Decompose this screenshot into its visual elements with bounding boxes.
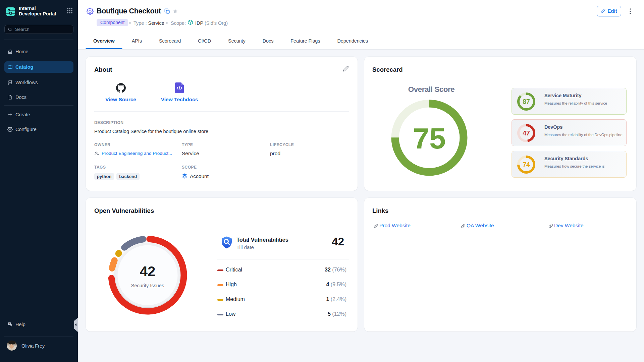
svg-text:Security Issues: Security Issues [131,283,164,288]
svg-text:75: 75 [413,122,446,155]
svg-text:42: 42 [140,263,156,279]
svg-text:?: ? [9,323,10,325]
